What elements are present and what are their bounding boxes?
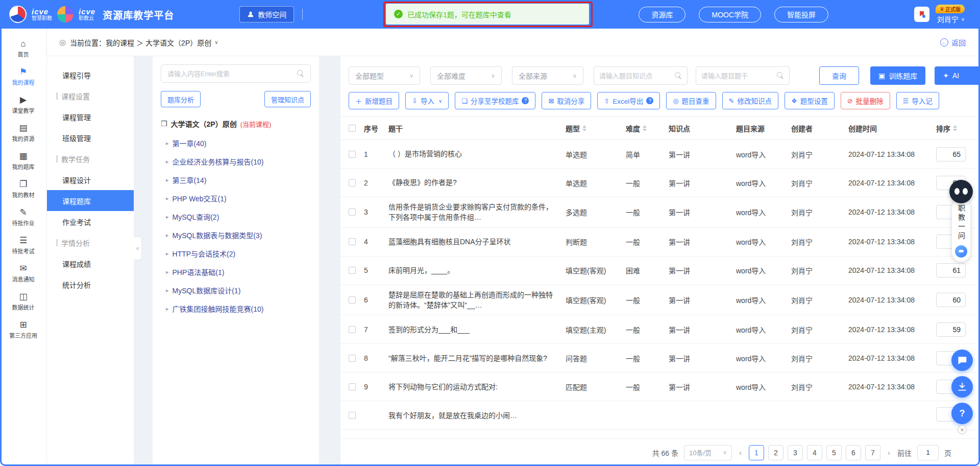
course-menu-item[interactable]: 课程设计 — [47, 169, 134, 190]
rail-item[interactable]: ✉ 消息通知 — [0, 260, 46, 288]
question-stem[interactable]: 楚辞是屈原在楚歌的基础上再创造而形成的一种独特的新诗体。“楚辞体”又叫“__… — [388, 290, 566, 311]
caret-right-icon[interactable]: ▸ — [166, 250, 169, 257]
sort-order-input[interactable]: 59 — [936, 322, 966, 337]
tree-node[interactable]: ▸ MySQL数据库设计(1) — [161, 281, 311, 299]
page-number-button[interactable]: 4 — [807, 445, 822, 460]
row-checkbox[interactable] — [349, 412, 356, 419]
query-button[interactable]: 查询 — [819, 66, 859, 85]
caret-right-icon[interactable]: ▸ — [166, 232, 169, 239]
course-menu-item[interactable]: 课程引导 — [47, 64, 134, 85]
robot-icon[interactable] — [955, 245, 967, 258]
rail-item[interactable]: ⚑ 我的课程 — [0, 63, 46, 91]
training-bank-button[interactable]: ▣ 训练题库 — [870, 66, 925, 85]
caret-right-icon[interactable]: ▸ — [166, 158, 169, 165]
toolbar-button[interactable]: ◎ 题目查重 — [666, 92, 716, 109]
caret-right-icon[interactable]: ▸ — [166, 269, 169, 275]
sort-icon[interactable] — [643, 125, 647, 131]
course-menu-item[interactable]: 班级管理 — [47, 127, 134, 148]
toolbar-button[interactable]: ☰ 导入记 — [896, 92, 939, 109]
tree-node[interactable]: ▸ PHP Web交互(1) — [161, 189, 311, 207]
rail-item[interactable]: ⌂ 首页 — [0, 35, 46, 63]
page-number-button[interactable]: 6 — [846, 445, 861, 460]
caret-right-icon[interactable]: ▸ — [166, 195, 169, 202]
back-button[interactable]: ← 返回 — [940, 37, 966, 48]
row-checkbox[interactable] — [349, 296, 356, 304]
tree-node[interactable]: ▸ 第三章(14) — [161, 171, 311, 189]
rail-item[interactable]: ⊞ 第三方应用 — [0, 316, 46, 344]
row-checkbox[interactable] — [349, 383, 356, 390]
course-menu-item[interactable]: 作业考试 — [47, 211, 134, 232]
tree-search-input[interactable] — [167, 70, 293, 78]
next-page-button[interactable]: › — [886, 448, 892, 457]
sort-order-input[interactable]: 61 — [936, 263, 966, 277]
select-all-checkbox[interactable] — [349, 125, 356, 132]
page-number-button[interactable]: 2 — [768, 445, 783, 460]
row-checkbox[interactable] — [349, 208, 356, 216]
question-type-select[interactable]: 全部题型 ∨ — [349, 66, 420, 85]
header-nav-pill[interactable]: 资源库 — [639, 7, 685, 22]
rail-item[interactable]: ◫ 数据统计 — [0, 288, 46, 316]
column-header[interactable]: 创建者 — [791, 123, 848, 133]
search-icon[interactable] — [297, 70, 304, 77]
column-header[interactable]: 创建时间 — [848, 123, 936, 133]
app-icon[interactable] — [914, 7, 929, 22]
question-stem[interactable]: 我有个好朋友，就是放在我桌边的小闹… — [388, 410, 566, 421]
search-icon[interactable] — [675, 72, 682, 79]
column-header[interactable]: 题型 — [566, 123, 626, 133]
course-menu-item[interactable]: 课程管理 — [47, 106, 134, 127]
chevron-down-icon[interactable]: ∨ — [214, 39, 218, 45]
tree-node[interactable]: ▸ MySQL数据表与数据类型(3) — [161, 226, 311, 244]
collapse-panel-handle[interactable]: « — [134, 237, 142, 260]
row-checkbox[interactable] — [349, 238, 356, 245]
row-checkbox[interactable] — [349, 151, 356, 158]
row-checkbox[interactable] — [349, 355, 356, 362]
sort-icon[interactable] — [953, 125, 957, 131]
question-stem[interactable]: 蓝藻细胞具有细胞核且DNA分子呈环状 — [388, 237, 566, 247]
question-stem[interactable]: “解落三秋叶，能开二月花”描写的是哪种自然现象? — [388, 353, 566, 363]
column-header[interactable]: 题干 — [388, 123, 566, 133]
row-checkbox[interactable] — [349, 267, 356, 274]
rail-item[interactable]: ☰ 待批考试 — [0, 231, 46, 260]
course-menu-item[interactable]: 课程成绩 — [47, 253, 134, 274]
course-menu-item[interactable]: 统计分析 — [47, 274, 134, 295]
prev-page-button[interactable]: ‹ — [738, 448, 743, 457]
tree-node[interactable]: ▸ 第一章(40) — [161, 134, 311, 152]
rail-item[interactable]: ▶ 课堂教学 — [0, 91, 46, 119]
toolbar-button[interactable]: ⊠ 取消分享 — [542, 92, 591, 109]
toolbar-button[interactable]: ＋ 新增题目 — [349, 92, 399, 109]
breadcrumb-course[interactable]: 大学语文（2P）原创 — [145, 37, 211, 48]
download-button[interactable] — [951, 376, 973, 398]
course-menu-item[interactable]: 课程题库 — [47, 190, 134, 211]
help-icon[interactable]: ? — [646, 97, 653, 104]
search-icon[interactable] — [777, 72, 784, 79]
column-header[interactable]: 序号 — [364, 123, 388, 133]
user-menu[interactable]: 刘肖宁 ∨ — [937, 14, 965, 24]
column-header[interactable]: 知识点 — [669, 123, 736, 133]
course-menu-item[interactable]: 学情分析 — [47, 232, 134, 253]
caret-right-icon[interactable]: ▸ — [166, 306, 169, 312]
ai-button[interactable]: ✦ AI — [935, 66, 980, 85]
toolbar-button[interactable]: ⇩ 导入 ∨ — [405, 92, 449, 109]
source-select[interactable]: 全部来源 ∨ — [512, 66, 583, 85]
help-icon[interactable]: ? — [522, 97, 529, 104]
page-number-button[interactable]: 5 — [826, 445, 842, 460]
sort-icon[interactable] — [582, 125, 586, 131]
bank-analysis-button[interactable]: 题库分析 — [161, 91, 201, 107]
course-menu-item[interactable]: 课程设置 — [47, 85, 134, 106]
breadcrumb-my-courses[interactable]: 我的课程 — [106, 37, 134, 48]
page-number-button[interactable]: 3 — [788, 445, 803, 460]
manage-knowledge-button[interactable]: 管理知识点 — [264, 91, 311, 107]
rail-item[interactable]: ❐ 我的教材 — [0, 175, 46, 203]
row-checkbox[interactable] — [349, 326, 356, 333]
question-stem[interactable]: （ ）是市场营销的核心 — [388, 149, 566, 159]
question-stem[interactable]: 签到的形式分为___和___ — [388, 324, 566, 335]
chat-button[interactable] — [951, 350, 973, 371]
toolbar-button[interactable]: ✎ 修改知识点 — [722, 92, 778, 109]
question-stem[interactable]: 将下列动物与它们的运动方式配对: — [388, 382, 566, 392]
goto-page-input[interactable] — [917, 445, 939, 460]
close-floating-button[interactable]: ✕ — [958, 425, 967, 434]
help-button[interactable]: ? — [951, 403, 973, 424]
knowledge-filter-input[interactable] — [599, 72, 672, 80]
column-header[interactable]: 题目来源 — [736, 123, 791, 133]
tree-node[interactable]: ▸ PHP语法基础(1) — [161, 263, 311, 281]
